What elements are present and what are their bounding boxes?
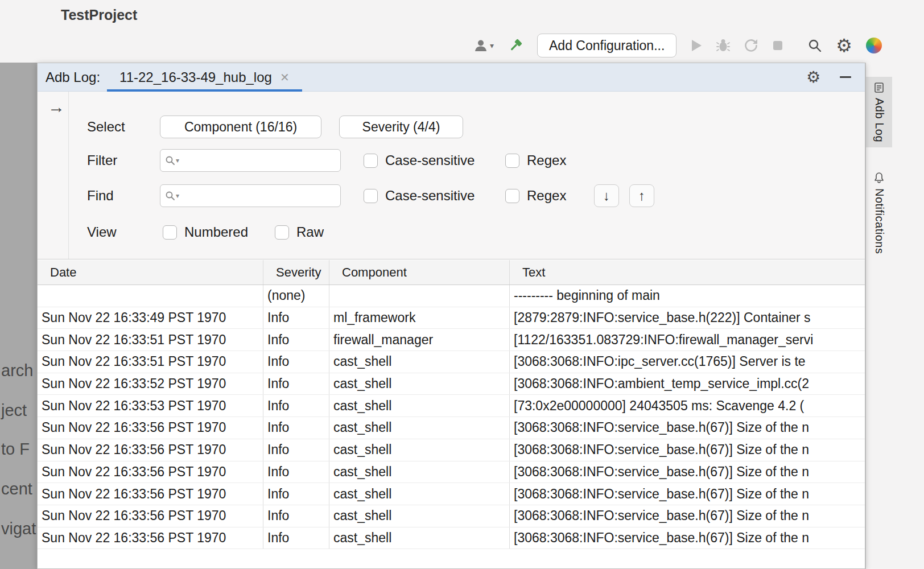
tool-window-button-notifications[interactable]: Notifications: [866, 167, 892, 259]
cell-component: ml_framework: [329, 307, 510, 329]
build-hammer-icon[interactable]: [508, 38, 523, 53]
bell-icon: [873, 172, 885, 184]
filter-regex: Regex: [505, 149, 566, 172]
cell-text: [3068:3068:INFO:service_base.h(67)] Size…: [510, 439, 865, 461]
cell-date: Sun Nov 22 16:33:56 PST 1970: [38, 527, 263, 549]
titlebar: TestProject ▾ Add Configuration...: [0, 0, 924, 63]
table-row[interactable]: Sun Nov 22 16:33:56 PST 1970Infocast_she…: [38, 527, 865, 550]
find-input[interactable]: [182, 188, 336, 203]
view-numbered: Numbered: [163, 221, 248, 244]
arrow-up-icon: ↑: [638, 188, 645, 204]
cell-text: [1122/163351.083729:INFO:firewall_manage…: [510, 329, 865, 351]
severity-filter-button[interactable]: Severity (4/4): [339, 116, 463, 138]
column-header-component[interactable]: Component: [329, 260, 510, 284]
cell-text: [73:0x2e00000000] 24043505 ms: Scavenge …: [510, 395, 865, 417]
cell-component: cast_shell: [329, 527, 510, 549]
regex-checkbox[interactable]: [505, 189, 519, 203]
cell-component: cast_shell: [329, 483, 510, 505]
chevron-down-icon: ▾: [176, 192, 179, 200]
cell-severity: Info: [263, 439, 329, 461]
find-next-button[interactable]: ↓: [594, 184, 619, 207]
user-icon[interactable]: ▾: [473, 39, 494, 52]
cell-date: Sun Nov 22 16:33:56 PST 1970: [38, 505, 263, 527]
cell-date: Sun Nov 22 16:33:56 PST 1970: [38, 483, 263, 505]
find-regex: Regex: [505, 184, 566, 207]
cell-date: Sun Nov 22 16:33:56 PST 1970: [38, 417, 263, 439]
search-icon[interactable]: [807, 38, 822, 53]
left-stripe: →: [38, 92, 69, 259]
tab-label: 11-22_16-33-49_hub_log: [119, 69, 272, 85]
window-title: TestProject: [61, 7, 137, 23]
table-row[interactable]: Sun Nov 22 16:33:49 PST 1970Infoml_frame…: [38, 307, 865, 329]
table-row[interactable]: Sun Nov 22 16:33:56 PST 1970Infocast_she…: [38, 417, 865, 439]
case-sensitive-checkbox[interactable]: [364, 154, 378, 168]
table-row[interactable]: Sun Nov 22 16:33:56 PST 1970Infocast_she…: [38, 461, 865, 484]
cell-component: cast_shell: [329, 461, 510, 483]
stop-icon[interactable]: [772, 40, 783, 51]
right-tool-strip: Adb Log Notifications: [865, 63, 924, 569]
cell-component: [329, 285, 510, 307]
cell-severity: Info: [263, 461, 329, 483]
component-filter-button[interactable]: Component (16/16): [160, 116, 321, 138]
background-text-fragment: to F: [1, 440, 30, 459]
minimize-icon[interactable]: [840, 76, 851, 78]
colorful-sphere-icon[interactable]: [866, 38, 882, 53]
close-icon[interactable]: ✕: [280, 71, 290, 84]
table-row[interactable]: Sun Nov 22 16:33:51 PST 1970Infocast_she…: [38, 351, 865, 373]
cell-date: Sun Nov 22 16:33:51 PST 1970: [38, 329, 263, 351]
table-row[interactable]: Sun Nov 22 16:33:56 PST 1970Infocast_she…: [38, 505, 865, 527]
log-file-icon: [873, 82, 885, 93]
add-configuration-button[interactable]: Add Configuration...: [537, 34, 676, 57]
table-row[interactable]: Sun Nov 22 16:33:51 PST 1970Infofirewall…: [38, 329, 865, 351]
case-sensitive-checkbox[interactable]: [364, 189, 378, 203]
cell-component: cast_shell: [329, 373, 510, 395]
log-file-tab[interactable]: 11-22_16-33-49_hub_log ✕: [107, 63, 302, 92]
cell-component: cast_shell: [329, 351, 510, 373]
search-icon: [165, 191, 175, 201]
tool-window-button-adb-log[interactable]: Adb Log: [866, 77, 892, 147]
cell-component: firewall_manager: [329, 329, 510, 351]
find-previous-button[interactable]: ↑: [629, 184, 654, 207]
debug-icon[interactable]: [716, 38, 730, 53]
background-text-fragment: arch: [1, 361, 33, 380]
cell-text: [2879:2879:INFO:service_base.h(222)] Con…: [510, 307, 865, 329]
forward-arrow-icon[interactable]: →: [48, 97, 65, 117]
cell-text: [3068:3068:INFO:service_base.h(67)] Size…: [510, 483, 865, 505]
view-raw: Raw: [275, 221, 324, 244]
table-row[interactable]: Sun Nov 22 16:33:56 PST 1970Infocast_she…: [38, 483, 865, 505]
view-label: View: [87, 221, 117, 244]
numbered-checkbox[interactable]: [163, 225, 177, 240]
table-row[interactable]: (none)--------- beginning of main: [38, 285, 865, 307]
panel-header: Adb Log: 11-22_16-33-49_hub_log ✕ ⚙: [38, 63, 865, 92]
cell-severity: Info: [263, 395, 329, 417]
cell-component: cast_shell: [329, 417, 510, 439]
filter-search-box: ▾: [160, 149, 341, 172]
cell-text: [3068:3068:INFO:ipc_server.cc(1765)] Ser…: [510, 351, 865, 373]
regex-checkbox[interactable]: [505, 154, 519, 168]
column-header-date[interactable]: Date: [38, 260, 263, 284]
find-label: Find: [87, 184, 114, 207]
chevron-down-icon: ▾: [176, 156, 179, 164]
cell-date: [38, 285, 263, 307]
case-sensitive-label: Case-sensitive: [385, 152, 475, 168]
cell-text: [3068:3068:INFO:service_base.h(67)] Size…: [510, 527, 865, 549]
raw-checkbox[interactable]: [275, 225, 289, 240]
select-label: Select: [87, 116, 125, 138]
cell-severity: Info: [263, 307, 329, 329]
column-header-severity[interactable]: Severity: [263, 260, 329, 284]
profiler-icon[interactable]: [744, 38, 758, 53]
settings-gear-icon[interactable]: ⚙: [836, 36, 852, 55]
cell-component: cast_shell: [329, 505, 510, 527]
cell-text: [3068:3068:INFO:service_base.h(67)] Size…: [510, 417, 865, 439]
find-search-box: ▾: [160, 184, 341, 207]
numbered-label: Numbered: [184, 224, 248, 240]
regex-label: Regex: [527, 188, 566, 204]
table-row[interactable]: Sun Nov 22 16:33:52 PST 1970Infocast_she…: [38, 373, 865, 395]
panel-settings-gear-icon[interactable]: ⚙: [806, 69, 820, 85]
column-header-text[interactable]: Text: [510, 260, 865, 284]
filter-input[interactable]: [182, 153, 336, 168]
cell-severity: Info: [263, 483, 329, 505]
table-row[interactable]: Sun Nov 22 16:33:53 PST 1970Infocast_she…: [38, 395, 865, 417]
table-row[interactable]: Sun Nov 22 16:33:56 PST 1970Infocast_she…: [38, 439, 865, 461]
run-icon[interactable]: [690, 39, 703, 52]
